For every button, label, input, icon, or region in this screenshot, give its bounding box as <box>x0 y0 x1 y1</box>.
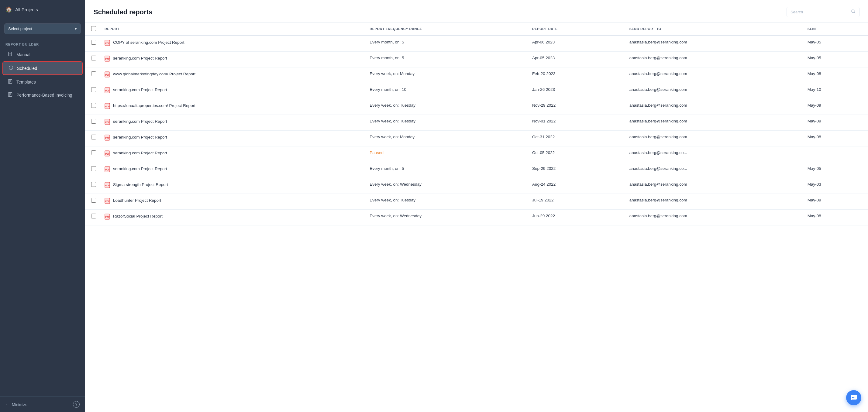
sidebar-item-performance-invoicing[interactable]: Performance-Based Invoicing <box>2 89 83 101</box>
row-frequency-11: Every week, on: Wednesday <box>365 210 528 225</box>
row-checkbox-7[interactable] <box>91 150 96 155</box>
row-email-0: anastasia.berg@seranking.com <box>625 36 803 52</box>
sidebar-item-templates[interactable]: Templates <box>2 76 83 88</box>
row-checkbox-5[interactable] <box>91 119 96 124</box>
row-date-5: Nov-01 2022 <box>528 115 625 131</box>
minimize-arrow-icon: ← <box>5 402 9 407</box>
pdf-icon-4: PDF <box>104 103 111 110</box>
col-header-checkbox <box>85 23 100 36</box>
row-frequency-text-6: Every week, on: Monday <box>370 135 414 139</box>
row-sent-10: May-09 <box>803 194 868 210</box>
search-box[interactable] <box>786 7 860 17</box>
pdf-icon-3: PDF <box>104 87 111 95</box>
row-frequency-2: Every week, on: Monday <box>365 67 528 83</box>
row-frequency-text-9: Every week, on: Wednesday <box>370 182 422 187</box>
chat-bubble-button[interactable] <box>846 390 861 405</box>
row-checkbox-cell <box>85 99 100 115</box>
row-checkbox-1[interactable] <box>91 56 96 60</box>
row-report-name-8: seranking.com Project Report <box>113 166 167 172</box>
row-checkbox-cell <box>85 36 100 52</box>
row-date-4: Nov-29 2022 <box>528 99 625 115</box>
row-report-name-0: COPY of seranking.com Project Report <box>113 40 184 45</box>
svg-text:PDF: PDF <box>105 184 110 187</box>
svg-text:PDF: PDF <box>105 105 110 107</box>
svg-text:PDF: PDF <box>105 42 110 44</box>
sidebar-item-performance-invoicing-label: Performance-Based Invoicing <box>17 93 72 98</box>
row-email-3: anastasia.berg@seranking.com <box>625 83 803 99</box>
svg-text:PDF: PDF <box>105 169 110 171</box>
help-button[interactable]: ? <box>73 401 80 408</box>
row-checkbox-10[interactable] <box>91 198 96 203</box>
row-checkbox-9[interactable] <box>91 182 96 187</box>
row-frequency-text-4: Every week, on: Tuesday <box>370 103 415 107</box>
row-report-name-2: www.globalmarketingday.com/ Project Repo… <box>113 71 195 77</box>
col-header-frequency: REPORT FREQUENCY RANGE <box>365 23 528 36</box>
minimize-button[interactable]: ← Minimize <box>5 402 27 407</box>
row-checkbox-2[interactable] <box>91 71 96 76</box>
svg-line-6 <box>11 68 12 68</box>
row-frequency-text-3: Every month, on: 10 <box>370 87 406 92</box>
row-frequency-8: Every month, on: 5 <box>365 162 528 178</box>
row-checkbox-0[interactable] <box>91 40 96 45</box>
row-email-9: anastasia.berg@seranking.com <box>625 178 803 194</box>
row-report-0: PDF COPY of seranking.com Project Report <box>100 36 365 52</box>
search-input[interactable] <box>790 10 848 14</box>
col-header-report: REPORT <box>100 23 365 36</box>
sidebar-footer: ← Minimize ? <box>0 397 85 412</box>
row-checkbox-cell <box>85 162 100 178</box>
row-frequency-10: Every week, on: Tuesday <box>365 194 528 210</box>
pdf-icon-9: PDF <box>104 182 111 190</box>
row-date-2: Feb-20 2023 <box>528 67 625 83</box>
all-projects-link[interactable]: 🏠 All Projects <box>0 0 85 19</box>
row-sent-6: May-08 <box>803 131 868 147</box>
svg-text:PDF: PDF <box>105 74 110 76</box>
row-checkbox-cell <box>85 83 100 99</box>
row-checkbox-11[interactable] <box>91 214 96 218</box>
row-checkbox-6[interactable] <box>91 135 96 139</box>
table-row: PDF seranking.com Project Report Every m… <box>85 162 868 178</box>
invoicing-icon <box>8 92 13 98</box>
sidebar-item-templates-label: Templates <box>17 80 36 85</box>
svg-text:PDF: PDF <box>105 90 110 92</box>
pdf-icon-7: PDF <box>104 150 111 158</box>
col-header-send-to: SEND REPORT TO <box>625 23 803 36</box>
row-report-name-10: Loadhunter Project Report <box>113 198 161 203</box>
project-select[interactable]: Select project ▾ <box>4 23 81 34</box>
select-all-checkbox[interactable] <box>91 26 96 31</box>
sidebar-item-manual-label: Manual <box>17 52 30 57</box>
row-date-1: Apr-05 2023 <box>528 52 625 67</box>
row-checkbox-cell <box>85 52 100 67</box>
row-frequency-7: Paused <box>365 147 528 162</box>
templates-icon <box>8 79 13 85</box>
svg-text:PDF: PDF <box>105 200 110 202</box>
row-date-3: Jan-26 2023 <box>528 83 625 99</box>
scheduled-reports-table: REPORT REPORT FREQUENCY RANGE REPORT DAT… <box>85 22 868 225</box>
row-date-11: Jun-29 2022 <box>528 210 625 225</box>
row-date-0: Apr-06 2023 <box>528 36 625 52</box>
row-checkbox-4[interactable] <box>91 103 96 108</box>
pdf-icon-8: PDF <box>104 166 111 174</box>
row-frequency-5: Every week, on: Tuesday <box>365 115 528 131</box>
row-report-7: PDF seranking.com Project Report <box>100 147 365 162</box>
row-frequency-text-0: Every month, on: 5 <box>370 40 404 44</box>
table-row: PDF seranking.com Project Report Every w… <box>85 131 868 147</box>
row-report-name-4: https://lunaaltaproperties.com/ Project … <box>113 103 195 109</box>
sidebar-item-manual[interactable]: Manual <box>2 48 83 61</box>
row-date-6: Oct-31 2022 <box>528 131 625 147</box>
minimize-label: Minimize <box>12 402 27 407</box>
row-checkbox-cell <box>85 67 100 83</box>
row-frequency-text-1: Every month, on: 5 <box>370 56 404 60</box>
report-builder-section-label: REPORT BUILDER <box>0 38 85 48</box>
row-report-1: PDF seranking.com Project Report <box>100 52 365 67</box>
row-checkbox-8[interactable] <box>91 166 96 171</box>
row-report-9: PDF Sigma strength Project Report <box>100 178 365 194</box>
svg-text:PDF: PDF <box>105 58 110 60</box>
row-checkbox-3[interactable] <box>91 87 96 92</box>
main-content: Scheduled reports REPORT REPORT FREQUENC… <box>85 0 868 412</box>
pdf-icon-6: PDF <box>104 135 111 142</box>
table-row: PDF Loadhunter Project Report Every week… <box>85 194 868 210</box>
row-email-8: anastasia.berg@seranking.co... <box>625 162 803 178</box>
table-row: PDF COPY of seranking.com Project Report… <box>85 36 868 52</box>
sidebar-item-scheduled[interactable]: Scheduled <box>2 61 83 75</box>
row-sent-1: May-05 <box>803 52 868 67</box>
